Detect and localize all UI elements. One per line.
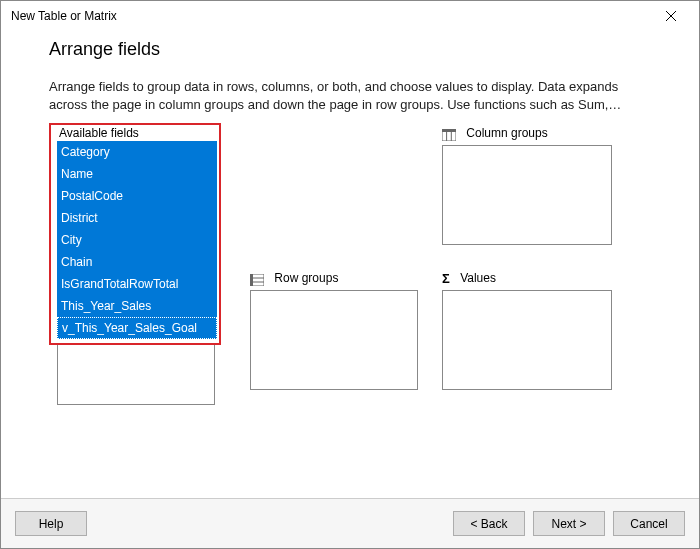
available-fields-box-tail [57,345,215,405]
help-button[interactable]: Help [15,511,87,536]
field-item[interactable]: This_Year_Sales [57,295,217,317]
page-description: Arrange fields to group data in rows, co… [49,78,649,113]
field-item[interactable]: Chain [57,251,217,273]
sigma-icon: Σ [442,271,450,286]
available-fields-list[interactable]: Category Name PostalCode District City C… [57,141,217,339]
available-fields-label: Available fields [59,126,217,140]
dialog-titlebar: New Table or Matrix [1,1,699,31]
cancel-button[interactable]: Cancel [613,511,685,536]
values-text: Values [460,271,496,285]
dialog-footer: Help < Back Next > Cancel [1,498,699,548]
field-item[interactable]: PostalCode [57,185,217,207]
dialog-title: New Table or Matrix [11,9,651,23]
column-groups-text: Column groups [466,126,547,140]
next-button[interactable]: Next > [533,511,605,536]
svg-rect-1 [442,129,456,132]
back-button[interactable]: < Back [453,511,525,536]
row-groups-icon [250,272,264,286]
values-label: Σ Values [442,271,612,286]
field-item[interactable]: District [57,207,217,229]
row-groups-text: Row groups [274,271,338,285]
row-groups-dropzone[interactable] [250,290,418,390]
field-item[interactable]: Category [57,141,217,163]
column-groups-dropzone[interactable] [442,145,612,245]
close-icon [666,11,676,21]
row-groups-label: Row groups [250,271,418,286]
column-groups-label: Column groups [442,126,612,141]
field-item[interactable]: City [57,229,217,251]
field-item[interactable]: Name [57,163,217,185]
field-item[interactable]: v_This_Year_Sales_Goal [57,317,217,339]
svg-rect-5 [250,274,253,286]
page-heading: Arrange fields [49,39,669,60]
field-item[interactable]: IsGrandTotalRowTotal [57,273,217,295]
values-dropzone[interactable] [442,290,612,390]
column-groups-icon [442,127,456,141]
close-button[interactable] [651,1,691,31]
